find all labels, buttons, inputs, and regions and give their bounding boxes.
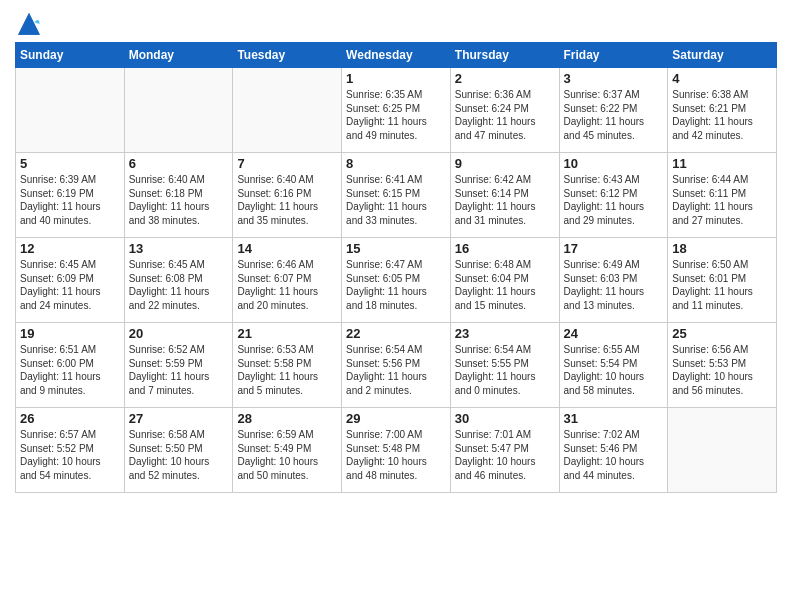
day-number: 18	[672, 241, 772, 256]
day-info: Sunrise: 7:00 AMSunset: 5:48 PMDaylight:…	[346, 428, 446, 482]
week-row-5: 26Sunrise: 6:57 AMSunset: 5:52 PMDayligh…	[16, 408, 777, 493]
calendar-cell: 1Sunrise: 6:35 AMSunset: 6:25 PMDaylight…	[342, 68, 451, 153]
day-number: 31	[564, 411, 664, 426]
day-info: Sunrise: 6:38 AMSunset: 6:21 PMDaylight:…	[672, 88, 772, 142]
day-info: Sunrise: 6:57 AMSunset: 5:52 PMDaylight:…	[20, 428, 120, 482]
day-info: Sunrise: 6:39 AMSunset: 6:19 PMDaylight:…	[20, 173, 120, 227]
day-info: Sunrise: 6:41 AMSunset: 6:15 PMDaylight:…	[346, 173, 446, 227]
day-info: Sunrise: 6:55 AMSunset: 5:54 PMDaylight:…	[564, 343, 664, 397]
calendar-cell: 23Sunrise: 6:54 AMSunset: 5:55 PMDayligh…	[450, 323, 559, 408]
day-number: 14	[237, 241, 337, 256]
calendar-cell: 27Sunrise: 6:58 AMSunset: 5:50 PMDayligh…	[124, 408, 233, 493]
day-info: Sunrise: 6:59 AMSunset: 5:49 PMDaylight:…	[237, 428, 337, 482]
calendar-cell: 30Sunrise: 7:01 AMSunset: 5:47 PMDayligh…	[450, 408, 559, 493]
logo-icon	[15, 10, 43, 38]
day-info: Sunrise: 6:54 AMSunset: 5:55 PMDaylight:…	[455, 343, 555, 397]
calendar-cell	[16, 68, 125, 153]
day-info: Sunrise: 6:58 AMSunset: 5:50 PMDaylight:…	[129, 428, 229, 482]
day-number: 4	[672, 71, 772, 86]
week-row-4: 19Sunrise: 6:51 AMSunset: 6:00 PMDayligh…	[16, 323, 777, 408]
calendar-cell: 5Sunrise: 6:39 AMSunset: 6:19 PMDaylight…	[16, 153, 125, 238]
weekday-header-monday: Monday	[124, 43, 233, 68]
day-info: Sunrise: 6:46 AMSunset: 6:07 PMDaylight:…	[237, 258, 337, 312]
day-number: 16	[455, 241, 555, 256]
calendar-cell: 21Sunrise: 6:53 AMSunset: 5:58 PMDayligh…	[233, 323, 342, 408]
calendar-cell: 29Sunrise: 7:00 AMSunset: 5:48 PMDayligh…	[342, 408, 451, 493]
calendar-cell: 17Sunrise: 6:49 AMSunset: 6:03 PMDayligh…	[559, 238, 668, 323]
calendar-cell: 8Sunrise: 6:41 AMSunset: 6:15 PMDaylight…	[342, 153, 451, 238]
day-info: Sunrise: 6:53 AMSunset: 5:58 PMDaylight:…	[237, 343, 337, 397]
calendar-cell: 10Sunrise: 6:43 AMSunset: 6:12 PMDayligh…	[559, 153, 668, 238]
day-number: 13	[129, 241, 229, 256]
calendar-cell: 31Sunrise: 7:02 AMSunset: 5:46 PMDayligh…	[559, 408, 668, 493]
day-number: 24	[564, 326, 664, 341]
day-number: 30	[455, 411, 555, 426]
calendar-cell: 14Sunrise: 6:46 AMSunset: 6:07 PMDayligh…	[233, 238, 342, 323]
page-container: SundayMondayTuesdayWednesdayThursdayFrid…	[0, 0, 792, 498]
day-number: 11	[672, 156, 772, 171]
day-info: Sunrise: 6:35 AMSunset: 6:25 PMDaylight:…	[346, 88, 446, 142]
calendar-cell: 22Sunrise: 6:54 AMSunset: 5:56 PMDayligh…	[342, 323, 451, 408]
day-info: Sunrise: 6:50 AMSunset: 6:01 PMDaylight:…	[672, 258, 772, 312]
calendar-cell: 18Sunrise: 6:50 AMSunset: 6:01 PMDayligh…	[668, 238, 777, 323]
day-number: 17	[564, 241, 664, 256]
weekday-header-saturday: Saturday	[668, 43, 777, 68]
calendar-cell: 6Sunrise: 6:40 AMSunset: 6:18 PMDaylight…	[124, 153, 233, 238]
day-number: 28	[237, 411, 337, 426]
calendar-cell	[233, 68, 342, 153]
logo	[15, 10, 47, 38]
weekday-header-thursday: Thursday	[450, 43, 559, 68]
day-number: 21	[237, 326, 337, 341]
calendar-cell: 4Sunrise: 6:38 AMSunset: 6:21 PMDaylight…	[668, 68, 777, 153]
day-number: 1	[346, 71, 446, 86]
week-row-1: 1Sunrise: 6:35 AMSunset: 6:25 PMDaylight…	[16, 68, 777, 153]
day-info: Sunrise: 6:40 AMSunset: 6:18 PMDaylight:…	[129, 173, 229, 227]
day-number: 26	[20, 411, 120, 426]
day-info: Sunrise: 6:42 AMSunset: 6:14 PMDaylight:…	[455, 173, 555, 227]
day-info: Sunrise: 6:49 AMSunset: 6:03 PMDaylight:…	[564, 258, 664, 312]
day-info: Sunrise: 6:48 AMSunset: 6:04 PMDaylight:…	[455, 258, 555, 312]
day-number: 27	[129, 411, 229, 426]
day-info: Sunrise: 6:54 AMSunset: 5:56 PMDaylight:…	[346, 343, 446, 397]
calendar-cell: 19Sunrise: 6:51 AMSunset: 6:00 PMDayligh…	[16, 323, 125, 408]
day-info: Sunrise: 7:02 AMSunset: 5:46 PMDaylight:…	[564, 428, 664, 482]
day-number: 20	[129, 326, 229, 341]
day-number: 19	[20, 326, 120, 341]
calendar-cell: 16Sunrise: 6:48 AMSunset: 6:04 PMDayligh…	[450, 238, 559, 323]
day-number: 5	[20, 156, 120, 171]
calendar-cell: 28Sunrise: 6:59 AMSunset: 5:49 PMDayligh…	[233, 408, 342, 493]
svg-marker-0	[19, 14, 40, 35]
day-number: 23	[455, 326, 555, 341]
day-number: 12	[20, 241, 120, 256]
calendar-cell: 24Sunrise: 6:55 AMSunset: 5:54 PMDayligh…	[559, 323, 668, 408]
day-info: Sunrise: 6:43 AMSunset: 6:12 PMDaylight:…	[564, 173, 664, 227]
weekday-header-sunday: Sunday	[16, 43, 125, 68]
calendar-table: SundayMondayTuesdayWednesdayThursdayFrid…	[15, 42, 777, 493]
calendar-cell: 20Sunrise: 6:52 AMSunset: 5:59 PMDayligh…	[124, 323, 233, 408]
weekday-header-row: SundayMondayTuesdayWednesdayThursdayFrid…	[16, 43, 777, 68]
day-number: 10	[564, 156, 664, 171]
calendar-cell: 2Sunrise: 6:36 AMSunset: 6:24 PMDaylight…	[450, 68, 559, 153]
calendar-cell	[124, 68, 233, 153]
day-number: 29	[346, 411, 446, 426]
day-number: 9	[455, 156, 555, 171]
calendar-cell: 9Sunrise: 6:42 AMSunset: 6:14 PMDaylight…	[450, 153, 559, 238]
day-number: 3	[564, 71, 664, 86]
day-number: 7	[237, 156, 337, 171]
calendar-cell: 3Sunrise: 6:37 AMSunset: 6:22 PMDaylight…	[559, 68, 668, 153]
day-info: Sunrise: 6:45 AMSunset: 6:08 PMDaylight:…	[129, 258, 229, 312]
day-info: Sunrise: 7:01 AMSunset: 5:47 PMDaylight:…	[455, 428, 555, 482]
calendar-cell	[668, 408, 777, 493]
day-info: Sunrise: 6:44 AMSunset: 6:11 PMDaylight:…	[672, 173, 772, 227]
day-info: Sunrise: 6:40 AMSunset: 6:16 PMDaylight:…	[237, 173, 337, 227]
header-row	[15, 10, 777, 38]
day-info: Sunrise: 6:52 AMSunset: 5:59 PMDaylight:…	[129, 343, 229, 397]
day-info: Sunrise: 6:45 AMSunset: 6:09 PMDaylight:…	[20, 258, 120, 312]
day-info: Sunrise: 6:37 AMSunset: 6:22 PMDaylight:…	[564, 88, 664, 142]
calendar-cell: 25Sunrise: 6:56 AMSunset: 5:53 PMDayligh…	[668, 323, 777, 408]
day-number: 15	[346, 241, 446, 256]
weekday-header-friday: Friday	[559, 43, 668, 68]
weekday-header-tuesday: Tuesday	[233, 43, 342, 68]
week-row-3: 12Sunrise: 6:45 AMSunset: 6:09 PMDayligh…	[16, 238, 777, 323]
week-row-2: 5Sunrise: 6:39 AMSunset: 6:19 PMDaylight…	[16, 153, 777, 238]
